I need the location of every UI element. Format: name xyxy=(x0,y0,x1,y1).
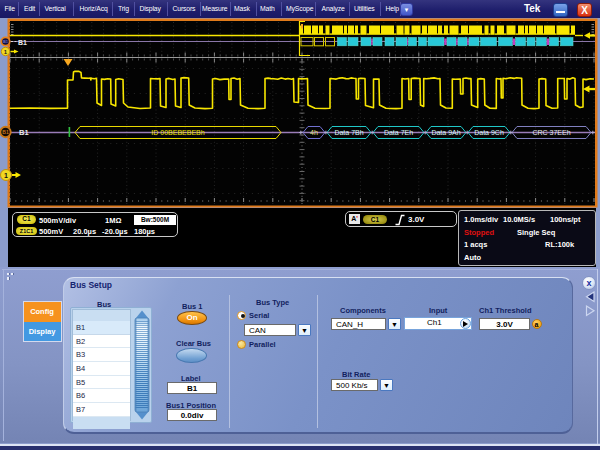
svg-text:B1: B1 xyxy=(18,39,27,46)
svg-text:B1: B1 xyxy=(3,39,9,44)
svg-text:Data 9Ch: Data 9Ch xyxy=(474,129,504,136)
svg-text:Data 9Ah: Data 9Ah xyxy=(431,129,460,136)
svg-text:Data 7Eh: Data 7Eh xyxy=(384,129,413,136)
svg-text:CRC 37EEh: CRC 37EEh xyxy=(532,129,570,136)
svg-text:B1: B1 xyxy=(19,128,29,137)
svg-text:1: 1 xyxy=(4,172,8,179)
svg-text:Data 7Bh: Data 7Bh xyxy=(334,129,363,136)
svg-text:4h: 4h xyxy=(310,129,318,136)
svg-text:B1: B1 xyxy=(2,129,9,135)
svg-text:ID 00BEBEBEBh: ID 00BEBEBEBh xyxy=(151,129,204,136)
